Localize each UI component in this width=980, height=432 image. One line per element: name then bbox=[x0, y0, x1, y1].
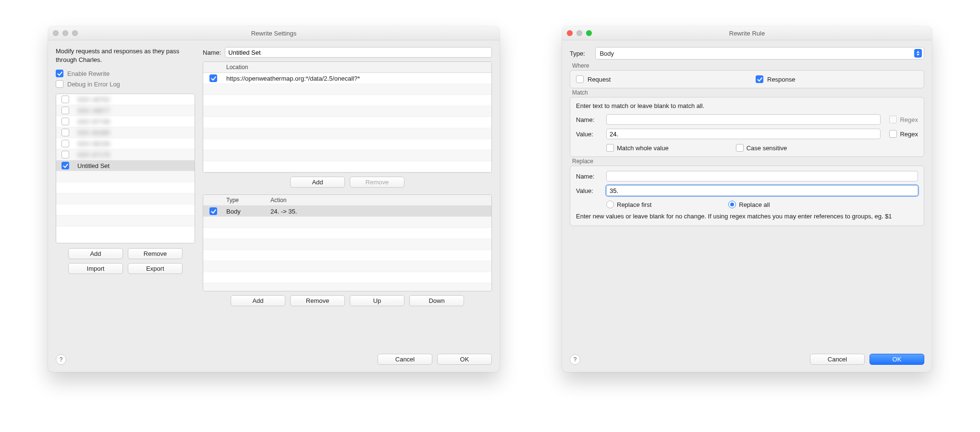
enable-rewrite-label: Enable Rewrite bbox=[67, 70, 110, 77]
empty-row bbox=[56, 193, 195, 204]
help-icon[interactable]: ? bbox=[56, 354, 66, 365]
set-checkbox[interactable] bbox=[61, 118, 69, 125]
close-icon[interactable] bbox=[53, 30, 59, 36]
window-title: Rewrite Settings bbox=[48, 30, 500, 37]
rule-action: 24. -> 35. bbox=[268, 207, 491, 216]
window-rewrite-rule: Rewrite Rule Type: Body Where Request Re… bbox=[562, 26, 932, 372]
minimize-icon[interactable] bbox=[62, 30, 68, 36]
locations-remove-button[interactable]: Remove bbox=[350, 177, 404, 188]
set-checkbox[interactable] bbox=[61, 107, 69, 114]
replace-value-input[interactable] bbox=[606, 185, 918, 196]
cancel-button[interactable]: Cancel bbox=[810, 354, 865, 365]
rules-down-button[interactable]: Down bbox=[409, 295, 464, 306]
rules-remove-button[interactable]: Remove bbox=[290, 295, 345, 306]
help-icon[interactable]: ? bbox=[570, 354, 580, 365]
zoom-icon[interactable] bbox=[72, 30, 78, 36]
response-checkbox[interactable] bbox=[756, 75, 763, 83]
set-checkbox[interactable] bbox=[61, 151, 69, 158]
empty-row bbox=[203, 150, 491, 161]
sets-list-row[interactable]: SDC-60385 bbox=[56, 127, 195, 138]
traffic-lights bbox=[562, 30, 592, 36]
empty-row bbox=[56, 216, 195, 227]
replace-name-input[interactable] bbox=[606, 171, 918, 181]
sets-export-button[interactable]: Export bbox=[128, 263, 183, 274]
locations-list[interactable]: Location https://openweathermap.org:*/da… bbox=[203, 61, 492, 173]
empty-row bbox=[203, 228, 491, 239]
replace-value-label: Value: bbox=[576, 187, 602, 194]
empty-row bbox=[203, 250, 491, 261]
empty-row bbox=[203, 106, 491, 117]
replace-title: Replace bbox=[571, 158, 594, 165]
location-url: https://openweathermap.org:*/data/2.5/on… bbox=[223, 74, 491, 83]
empty-row bbox=[56, 171, 195, 182]
location-row[interactable]: https://openweathermap.org:*/data/2.5/on… bbox=[203, 73, 491, 84]
rule-checkbox[interactable] bbox=[209, 207, 217, 215]
replace-all-label: Replace all bbox=[739, 201, 770, 208]
type-value: Body bbox=[600, 50, 614, 57]
replace-first-radio[interactable] bbox=[606, 201, 614, 208]
ok-button[interactable]: OK bbox=[437, 354, 492, 365]
rule-row[interactable]: Body24. -> 35. bbox=[203, 206, 491, 217]
match-whole-label: Match whole value bbox=[617, 144, 669, 152]
rules-up-button[interactable]: Up bbox=[350, 295, 404, 306]
replace-name-label: Name: bbox=[576, 173, 602, 180]
sets-list-row[interactable]: SDC-67175 bbox=[56, 149, 195, 160]
empty-row bbox=[203, 217, 491, 228]
case-sensitive-checkbox[interactable] bbox=[736, 144, 744, 152]
sets-list-row[interactable]: SDC-48677 bbox=[56, 105, 195, 116]
minimize-icon[interactable] bbox=[576, 30, 582, 36]
set-checkbox[interactable] bbox=[61, 140, 69, 147]
match-value-regex-checkbox[interactable] bbox=[889, 130, 897, 138]
debug-checkbox[interactable] bbox=[56, 80, 63, 88]
zoom-icon[interactable] bbox=[586, 30, 592, 36]
empty-row bbox=[203, 261, 491, 272]
rules-add-button[interactable]: Add bbox=[231, 295, 285, 306]
type-select[interactable]: Body bbox=[595, 47, 924, 60]
set-label: SDC-67175 bbox=[74, 150, 195, 159]
sets-remove-button[interactable]: Remove bbox=[128, 248, 183, 259]
replace-first-label: Replace first bbox=[617, 201, 651, 208]
replace-hint: Enter new values or leave blank for no c… bbox=[576, 212, 918, 221]
sets-list-row[interactable]: Untitled Set bbox=[56, 160, 195, 171]
cancel-button[interactable]: Cancel bbox=[378, 354, 432, 365]
set-checkbox[interactable] bbox=[61, 162, 69, 169]
rules-list[interactable]: Type Action Body24. -> 35. bbox=[203, 194, 492, 291]
empty-row bbox=[203, 95, 491, 106]
locations-add-button[interactable]: Add bbox=[290, 177, 345, 188]
set-checkbox[interactable] bbox=[61, 96, 69, 103]
sets-list-row[interactable]: SDC-68156 bbox=[56, 138, 195, 149]
location-checkbox[interactable] bbox=[209, 74, 217, 82]
empty-row bbox=[203, 139, 491, 150]
match-value-input[interactable] bbox=[606, 129, 881, 139]
set-label: SDC-67746 bbox=[74, 117, 195, 126]
set-checkbox[interactable] bbox=[61, 129, 69, 136]
replace-all-radio[interactable] bbox=[728, 201, 736, 208]
match-name-label: Name: bbox=[576, 116, 602, 123]
empty-row bbox=[203, 283, 491, 291]
enable-rewrite-checkbox[interactable] bbox=[56, 70, 63, 77]
match-name-input[interactable] bbox=[606, 114, 881, 125]
ok-button[interactable]: OK bbox=[870, 354, 924, 365]
close-icon[interactable] bbox=[567, 30, 573, 36]
empty-row bbox=[203, 128, 491, 139]
replace-group: Replace Name: Value: Replace first Repla… bbox=[570, 166, 924, 226]
request-checkbox[interactable] bbox=[576, 75, 584, 83]
name-label: Name: bbox=[203, 49, 221, 56]
set-label: SDC-48677 bbox=[74, 106, 195, 115]
debug-label: Debug in Error Log bbox=[67, 81, 120, 88]
empty-row bbox=[56, 182, 195, 193]
name-input[interactable] bbox=[225, 47, 492, 58]
match-group: Match Enter text to match or leave blank… bbox=[570, 97, 924, 157]
match-name-regex-label: Regex bbox=[900, 116, 918, 123]
match-name-regex-checkbox[interactable] bbox=[889, 116, 897, 123]
sets-list-row[interactable]: SDC-48782 bbox=[56, 94, 195, 105]
sets-list-row[interactable]: SDC-67746 bbox=[56, 116, 195, 127]
sets-import-button[interactable]: Import bbox=[68, 263, 123, 274]
where-title: Where bbox=[571, 62, 590, 69]
match-whole-checkbox[interactable] bbox=[606, 144, 614, 152]
sets-list[interactable]: SDC-48782SDC-48677SDC-67746SDC-60385SDC-… bbox=[56, 94, 195, 243]
locations-header: Location bbox=[223, 62, 491, 72]
response-label: Response bbox=[767, 76, 796, 83]
sets-add-button[interactable]: Add bbox=[68, 248, 123, 259]
window-title: Rewrite Rule bbox=[562, 30, 932, 37]
